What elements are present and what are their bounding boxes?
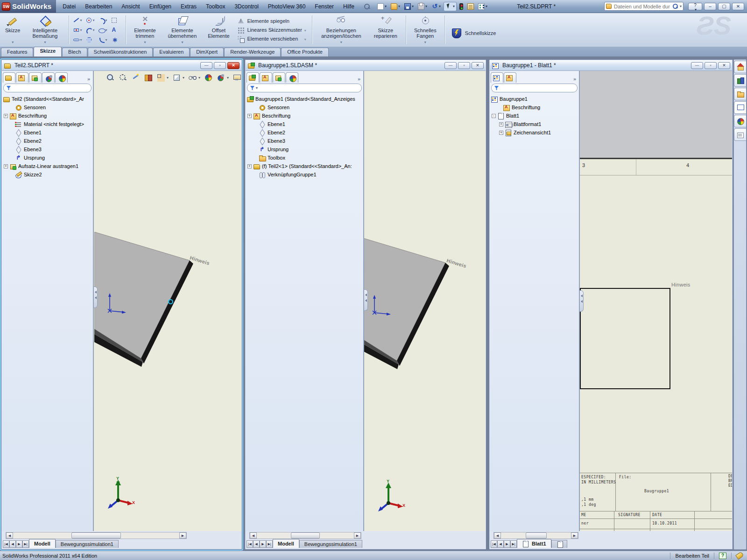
slot-tool[interactable]: ▾ <box>72 35 85 44</box>
view-settings-icon[interactable] <box>233 73 241 82</box>
undo-button[interactable] <box>430 2 442 11</box>
configurationmanager-tab[interactable] <box>273 72 285 83</box>
edit-appearance-icon[interactable] <box>204 73 213 82</box>
zoom-area-icon[interactable] <box>119 73 127 82</box>
tree-item-ebene3[interactable]: Ebene3 <box>3 145 93 154</box>
tab-evaluieren[interactable]: Evaluieren <box>153 48 190 56</box>
assembly-close-button[interactable]: ✕ <box>472 62 484 69</box>
prev-tab-button[interactable]: ◀ <box>9 540 16 548</box>
sketch-dropdown[interactable] <box>12 39 14 45</box>
scroll-left-arrow[interactable]: ◀ <box>250 532 257 539</box>
tree-item-blattformat1[interactable]: +Blattformat1 <box>491 120 579 128</box>
part-close-button[interactable]: ✕ <box>227 62 240 69</box>
scroll-right-arrow[interactable]: ▶ <box>179 532 186 539</box>
menu-item-extras[interactable]: Extras <box>176 2 201 11</box>
tab-skizze[interactable]: Skizze <box>34 47 62 56</box>
tree-item-beschriftung[interactable]: Beschriftung <box>491 103 579 112</box>
linear-pattern-dropdown[interactable] <box>304 27 306 33</box>
hide-show-items-icon[interactable] <box>188 73 197 82</box>
tree-item-ursprung[interactable]: Ursprung <box>247 145 363 154</box>
region-select-tool[interactable] <box>110 15 122 25</box>
tree-item-ebene1[interactable]: Ebene1 <box>247 120 363 128</box>
model-tab[interactable]: Modell <box>29 539 56 548</box>
save-button[interactable] <box>403 2 415 11</box>
expand-toggle[interactable]: + <box>247 114 252 118</box>
line-tool[interactable]: ▾ <box>72 15 85 25</box>
next-tab-button[interactable]: ▶ <box>504 540 510 548</box>
tree-item-ebene2[interactable]: Ebene2 <box>3 137 93 145</box>
menu-item-datei[interactable]: Datei <box>58 2 80 11</box>
display-style-icon[interactable] <box>172 73 181 82</box>
annotation-hinweis[interactable]: Hinweis <box>671 282 691 287</box>
print-button[interactable] <box>416 2 429 11</box>
menu-item-photoview[interactable]: PhotoView 360 <box>263 2 310 11</box>
scroll-left-arrow[interactable]: ◀ <box>6 532 13 539</box>
expand-toggle[interactable]: + <box>247 164 252 168</box>
tree-item-skizze2[interactable]: Skizze2 <box>3 170 93 179</box>
tree-filter-box[interactable] <box>491 84 578 92</box>
part-graphics-viewport[interactable]: ▾ ▾ ▾ ▾ ▾ <box>93 71 241 531</box>
propertymanager-tab[interactable] <box>504 72 516 83</box>
custom-properties-tab[interactable] <box>734 128 746 141</box>
design-library-tab[interactable] <box>734 74 746 87</box>
app-restore-button[interactable]: ▢ <box>718 3 730 10</box>
app-close-button[interactable]: ✕ <box>732 3 744 10</box>
drawing-restore-button[interactable]: ▫ <box>705 62 717 69</box>
magnified-selection-icon[interactable] <box>131 73 140 82</box>
horizontal-scrollbar[interactable]: ◀ ▶ <box>6 532 187 539</box>
tree-item-toolbox[interactable]: Toolbox <box>247 154 363 162</box>
expand-toggle[interactable]: + <box>499 131 503 135</box>
scroll-thumb[interactable] <box>71 532 121 539</box>
convert-dropdown[interactable] <box>181 39 183 45</box>
arc-tool[interactable]: ▾ <box>85 25 97 35</box>
tab-dimxpert[interactable]: DimXpert <box>190 48 224 56</box>
ellipse-tool[interactable]: ▾ <box>98 25 110 35</box>
tags-button[interactable] <box>735 552 744 560</box>
trim-entities-button[interactable]: Elemente trimmen <box>128 14 161 46</box>
polygon-tool[interactable] <box>85 35 97 44</box>
first-tab-button[interactable]: |◀ <box>491 540 497 548</box>
app-minimize-button[interactable]: – <box>704 3 716 10</box>
move-entities-button[interactable]: Elemente verschieben <box>236 35 307 42</box>
propertymanager-tab[interactable] <box>260 72 272 83</box>
file-properties-button[interactable] <box>466 2 475 11</box>
part-window-titlebar[interactable]: Teil2.SLDPRT * — ▫ ✕ <box>2 60 241 71</box>
menu-item-ansicht[interactable]: Ansicht <box>117 2 144 11</box>
mirror-entities-button[interactable]: Elemente spiegeln <box>236 17 307 25</box>
tree-item-ursprung[interactable]: Ursprung <box>3 154 93 162</box>
appearances-tab[interactable] <box>734 115 746 127</box>
assembly-graphics-viewport[interactable]: Hinweis X Y <box>364 71 486 531</box>
tree-root-drawing[interactable]: Baugruppe1 <box>491 95 579 103</box>
new-document-button[interactable] <box>376 2 388 11</box>
featuremanager-tab[interactable] <box>3 72 15 83</box>
drawing-sheet[interactable]: Hinweis ESPECIFED: IN MILLIMETERS ,1 mm … <box>580 175 732 531</box>
drawing-view-rectangle[interactable] <box>580 288 670 389</box>
propertymanager-tab[interactable] <box>16 72 28 83</box>
menu-item-toolbox[interactable]: Toolbox <box>201 2 230 11</box>
expand-toggle[interactable]: + <box>499 122 503 126</box>
quick-snaps-dropdown[interactable] <box>424 39 426 45</box>
fillet-tool[interactable]: ▾ <box>98 35 110 44</box>
point-tool[interactable] <box>110 35 122 44</box>
relations-dropdown[interactable] <box>340 39 342 45</box>
last-tab-button[interactable]: ▶| <box>510 540 517 548</box>
menu-item-fenster[interactable]: Fenster <box>310 2 338 11</box>
displaymanager-tab[interactable] <box>286 72 298 83</box>
scroll-right-arrow[interactable]: ▶ <box>354 532 361 539</box>
apply-scene-icon[interactable] <box>217 73 226 82</box>
expand-toggle[interactable]: + <box>4 164 8 168</box>
menu-item-einfuegen[interactable]: Einfügen <box>145 2 176 11</box>
rectangle-tool[interactable]: ▾ <box>72 25 85 35</box>
spline-tool[interactable]: ▾ <box>98 15 110 25</box>
rapid-sketch-button[interactable]: Schnellskizze <box>447 14 500 46</box>
drawing-minimize-button[interactable]: — <box>691 62 703 69</box>
linear-pattern-button[interactable]: Lineares Skizzenmuster <box>236 26 307 34</box>
assembly-minimize-button[interactable]: — <box>444 62 457 69</box>
quick-help-button[interactable]: ? <box>719 553 726 559</box>
section-view-icon[interactable] <box>144 73 153 82</box>
text-tool[interactable] <box>110 25 122 35</box>
sheet-tab-blatt1[interactable]: Blatt1 <box>517 539 551 548</box>
menu-item-3dcontrol[interactable]: 3Dcontrol <box>230 2 263 11</box>
trim-dropdown[interactable] <box>144 39 146 45</box>
last-tab-button[interactable]: ▶| <box>266 540 273 548</box>
